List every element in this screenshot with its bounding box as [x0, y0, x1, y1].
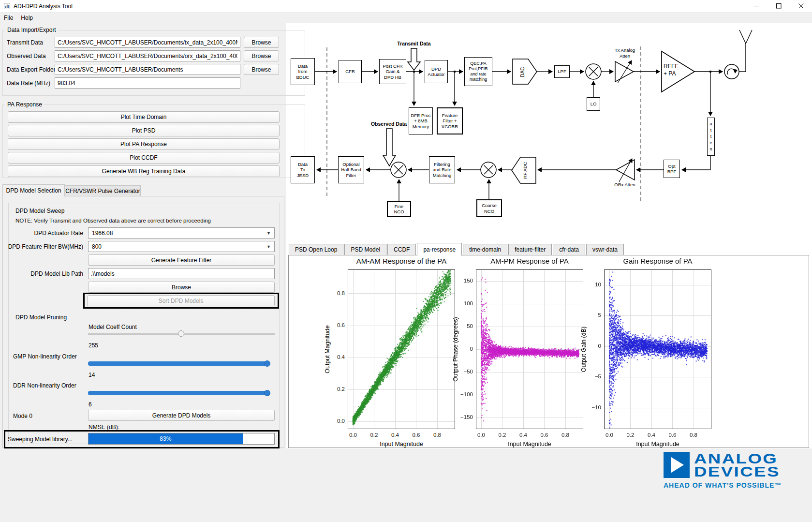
y-tick-label: −150 — [452, 414, 473, 420]
plot-psd-button[interactable]: Plot PSD — [8, 125, 280, 136]
nmse-label: NMSE (dB): — [89, 424, 119, 431]
model-coeff-count-slider[interactable] — [88, 330, 275, 337]
block-lo: LO — [587, 97, 600, 111]
data-rate-label: Data Rate (MHz) — [7, 80, 50, 87]
plot-time-domain-button[interactable]: Plot Time Domain — [8, 111, 280, 123]
tab-pa-response[interactable]: pa-response — [417, 243, 462, 256]
x-tick-label: 0.8 — [690, 432, 697, 438]
generate-dpd-models-button[interactable]: Generate DPD Models — [88, 410, 275, 421]
x-tick-label: 0.2 — [370, 432, 378, 438]
data-export-folder-browse-button[interactable]: Browse — [244, 64, 279, 75]
tx-atten-amplifier — [615, 61, 634, 82]
x-tick-label: 0.6 — [540, 432, 548, 438]
observed-data-input[interactable] — [55, 50, 240, 61]
model-coeff-count-label: Model Coeff Count — [89, 324, 137, 330]
tab-cfr-data[interactable]: cfr-data — [553, 244, 585, 255]
y-tick-label: 150 — [452, 278, 473, 283]
tab-cfr-vswr-pulse-generator[interactable]: CFR/VSWR Pulse Generator — [65, 185, 141, 196]
plot-y-axis-label: Output Gain (dB) — [580, 327, 587, 373]
minimize-button[interactable] — [745, 0, 768, 12]
y-tick-label: 0 — [452, 346, 473, 352]
block-opt-bpf: Opt BPF — [664, 160, 680, 178]
data-import-export-title: Data Import/Export — [5, 27, 58, 33]
dpd-model-lib-path-input[interactable] — [88, 268, 275, 279]
generate-wb-reg-training-data-button[interactable]: Generate WB Reg Training Data — [8, 165, 280, 177]
y-tick-label: 0.4 — [324, 354, 345, 360]
menu-help[interactable]: Help — [17, 13, 37, 23]
data-export-folder-label: Data Export Folder — [7, 66, 56, 73]
tab-time-domain[interactable]: time-domain — [463, 244, 507, 255]
gmp-slider-thumb[interactable] — [264, 360, 270, 367]
model-lib-browse-button[interactable]: Browse — [88, 282, 275, 293]
dpd-actuator-rate-dropdown[interactable]: 1966.08 ▼ — [88, 227, 275, 239]
x-tick-label: 0.0 — [477, 432, 485, 438]
transmit-data-input[interactable] — [55, 37, 240, 48]
ddr-slider-thumb[interactable] — [264, 390, 270, 396]
dpd-feature-filter-bw-value: 800 — [92, 243, 102, 250]
tab-vswr-data[interactable]: vswr-data — [586, 244, 624, 255]
data-export-folder-input[interactable] — [55, 64, 240, 75]
ddr-slider-fill — [88, 391, 269, 395]
plot-y-axis-label: Output Magnitude — [324, 325, 331, 373]
plots-panel: AM-AM Response of the PAOutput Magnitude… — [288, 255, 809, 448]
scatter-canvas — [476, 269, 583, 429]
block-atten: a t t e n — [707, 118, 715, 156]
antenna-icon — [739, 30, 752, 72]
generate-feature-filter-button[interactable]: Generate Feature Filter — [88, 254, 275, 266]
ddr-order-slider[interactable] — [88, 390, 275, 396]
gmp-order-label: GMP Non-linearity Order — [13, 353, 77, 360]
tab-psd-open-loop[interactable]: PSD Open Loop — [289, 244, 343, 255]
transmit-data-browse-button[interactable]: Browse — [244, 37, 279, 48]
tab-psd-model[interactable]: PSD Model — [344, 244, 386, 255]
dpd-feature-filter-bw-dropdown[interactable]: 800 ▼ — [88, 241, 275, 252]
plot-title: AM-AM Response of the PA — [348, 257, 455, 265]
dpd-model-lib-path-label: DPD Model Lib Path — [6, 270, 83, 277]
block-cfr: CFR — [339, 60, 362, 83]
y-tick-label: 0.0 — [324, 418, 345, 424]
plot-ccdf-button[interactable]: Plot CCDF — [8, 152, 280, 164]
block-optional-hb-filter: Optional Half Band Filter — [338, 156, 364, 183]
y-tick-label: −50 — [452, 369, 473, 374]
menu-bar: File Help — [0, 13, 812, 23]
tab-ccdf[interactable]: CCDF — [387, 244, 416, 255]
x-tick-label: 0.6 — [412, 432, 420, 438]
plot-title: Gain Response of PA — [604, 257, 711, 265]
x-tick-label: 0.4 — [648, 432, 655, 438]
orx-atten-label: ORx Atten — [608, 182, 641, 188]
block-filtering-rate-matching: Filtering and Rate Matching — [429, 156, 455, 183]
plot-pa-response-button[interactable]: Plot PA Response — [8, 138, 280, 150]
system-block-diagram: DAC RF ADC Data from BDUC CFR Post CFR G… — [288, 23, 812, 243]
coeff-slider-thumb[interactable] — [178, 330, 184, 337]
transmit-data-label: Transmit Data — [7, 39, 43, 46]
dpd-model-sweep-group — [8, 203, 280, 444]
data-rate-input[interactable] — [55, 77, 240, 89]
transmit-data-block-arrow — [408, 48, 420, 70]
maximize-button[interactable] — [768, 0, 790, 12]
x-tick-label: 0.4 — [519, 432, 527, 438]
scatter-canvas — [604, 269, 711, 429]
close-button[interactable] — [790, 0, 812, 12]
dac-label: DAC — [520, 67, 525, 77]
plot-area — [604, 269, 711, 429]
orx-atten-amplifier — [616, 160, 635, 180]
chevron-down-icon: ▼ — [266, 244, 271, 249]
tab-feature-filter[interactable]: feature-filter — [508, 244, 552, 255]
menu-file[interactable]: File — [0, 13, 17, 23]
sort-dpd-models-button[interactable]: Sort DPD Models — [87, 295, 275, 306]
block-qec: QEC,PA Prot,PFIR and rate matching — [464, 57, 492, 86]
plot-tab-bar: PSD Open Loop PSD Model CCDF pa-response… — [289, 243, 625, 255]
block-fine-nco: Fine NCO — [387, 201, 411, 217]
ddr-order-value: 6 — [89, 401, 92, 408]
x-tick-label: 0.0 — [605, 432, 613, 438]
block-diagram-canvas: DAC RF ADC — [288, 23, 812, 243]
plot-title: AM-PM Response of PA — [476, 257, 583, 265]
y-tick-label: −5 — [580, 373, 601, 379]
observed-data-browse-button[interactable]: Browse — [244, 50, 279, 61]
gmp-order-value: 14 — [89, 372, 95, 378]
plot-gain-response: Gain Response of PAOutput Gain (dB)0.00.… — [576, 256, 721, 448]
sweep-progress-text: 83% — [160, 435, 171, 442]
tab-dpd-model-selection[interactable]: DPD Model Selection — [2, 184, 65, 196]
gmp-order-slider[interactable] — [88, 360, 275, 367]
dpd-model-sweep-title: DPD Model Sweep — [15, 208, 64, 214]
x-tick-label: 0.2 — [626, 432, 634, 438]
